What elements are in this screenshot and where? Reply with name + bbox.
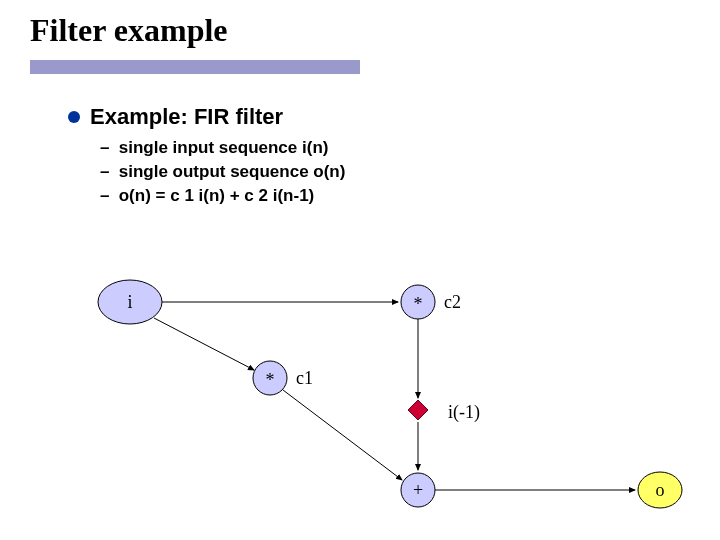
delay-diamond-icon <box>408 400 428 420</box>
edge-i-to-mulc1 <box>154 318 254 370</box>
bullet-dot-icon <box>68 111 80 123</box>
node-o-label: o <box>656 480 665 500</box>
heading-text: Example: FIR filter <box>90 104 283 129</box>
node-o <box>638 472 682 508</box>
node-mul-c1-symbol: * <box>266 370 275 390</box>
bullet-text: single input sequence i(n) <box>119 138 329 157</box>
node-i-label: i <box>127 292 132 312</box>
dash-icon: – <box>100 186 114 206</box>
label-c1: c1 <box>296 368 313 388</box>
node-mul-c1 <box>253 361 287 395</box>
label-delay: i(-1) <box>448 402 480 423</box>
bullet-item: – single input sequence i(n) <box>100 138 668 158</box>
dash-icon: – <box>100 162 114 182</box>
slide: Filter example Example: FIR filter – sin… <box>0 0 720 540</box>
edge-mulc1-to-plus <box>283 390 402 480</box>
content-body: Example: FIR filter – single input seque… <box>68 100 668 210</box>
dash-icon: – <box>100 138 114 158</box>
node-plus <box>401 473 435 507</box>
slide-title: Filter example <box>30 12 228 49</box>
node-mul-c2 <box>401 285 435 319</box>
bullet-text: o(n) = c 1 i(n) + c 2 i(n-1) <box>119 186 315 205</box>
node-plus-symbol: + <box>413 480 423 500</box>
label-c2: c2 <box>444 292 461 312</box>
node-i <box>98 280 162 324</box>
bullet-item: – o(n) = c 1 i(n) + c 2 i(n-1) <box>100 186 668 206</box>
bullet-text: single output sequence o(n) <box>119 162 346 181</box>
bullet-item: – single output sequence o(n) <box>100 162 668 182</box>
node-mul-c2-symbol: * <box>414 294 423 314</box>
fir-diagram: i * c2 * c1 i(-1) + o <box>0 0 720 540</box>
title-underline <box>30 60 360 74</box>
heading-line: Example: FIR filter <box>68 104 668 130</box>
